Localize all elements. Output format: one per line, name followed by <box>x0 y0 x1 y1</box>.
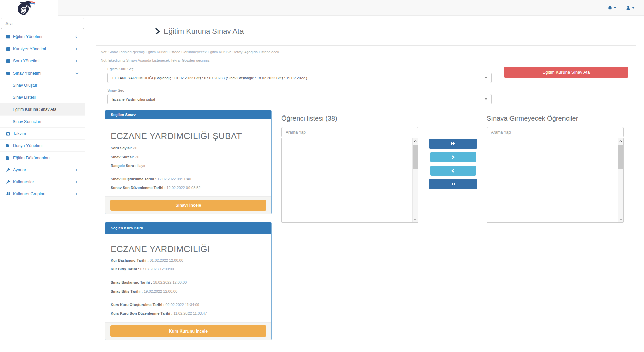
scroll-down-icon[interactable] <box>413 217 418 222</box>
sidebar-item-label: Kursiyer Yönetimi <box>13 47 46 51</box>
sidebar-subitem-egitim-kuruna-sinav-ata[interactable]: Eğitim Kuruna Sınav Ata <box>0 103 85 115</box>
review-course-button[interactable]: Kurs Kurunu İncele <box>110 325 266 337</box>
app-logo[interactable] <box>0 0 58 16</box>
exam-field-question-count: Soru Sayısı:20 <box>111 146 266 150</box>
sidebar-subitem-label: Sınav Sonuçları <box>13 119 41 124</box>
sidebar-item-kullanici-gruplari[interactable]: Kullanıcı Grupları <box>0 188 85 200</box>
excluded-listbox[interactable] <box>487 138 624 223</box>
chevron-left-icon <box>76 59 78 62</box>
scrollbar[interactable] <box>412 138 418 222</box>
transfer-controls <box>429 139 477 189</box>
note-review: Not: Ekediğiniz Sınavı Aşağıda Listenece… <box>101 58 209 62</box>
double-arrow-right-icon <box>451 142 456 146</box>
field-label: Soru Sayısı: <box>111 146 132 150</box>
arrow-right-icon <box>451 155 455 159</box>
field-label: Sınav Oluşturulma Tarihi : <box>111 177 156 181</box>
book-icon <box>6 47 11 51</box>
field-label: Sonav Son Düzenlenme Tarihi : <box>111 186 166 190</box>
sidebar-item-sinav-yonetimi[interactable]: Sınav Yönetimi <box>0 67 85 79</box>
top-navbar <box>0 0 644 16</box>
field-label: Kurs Kuru Oluşturulma Tarihi : <box>111 303 165 307</box>
sidebar-subitem-sinav-sonuclari[interactable]: Sınav Sonuçları <box>0 115 85 127</box>
sidebar-item-label: Soru Yönetimi <box>13 59 39 63</box>
move-left-button[interactable] <box>430 166 476 176</box>
move-all-left-button[interactable] <box>429 179 477 189</box>
sidebar-item-dosya-yonetimi[interactable]: Dosya Yönetimi <box>0 139 85 151</box>
field-value: 19.02.2022 12:00:00 <box>144 289 177 293</box>
sidebar-item-label: Takvim <box>13 131 26 136</box>
scrollbar[interactable] <box>618 138 623 222</box>
caret-down-icon <box>632 7 635 9</box>
notifications-menu[interactable] <box>608 5 616 10</box>
field-value: 12.02.2022 09:08:52 <box>167 186 201 190</box>
sidebar-search-input[interactable] <box>1 18 84 29</box>
sidebar-menu: Eğitim Yönetimi Kursiyer Yönetimi Soru Y… <box>0 31 85 200</box>
field-label: Kur Bitiş Tarihi : <box>111 267 139 271</box>
excluded-list-search-input[interactable] <box>487 127 624 137</box>
field-value: 01.02.2022 12:00:00 <box>150 258 183 262</box>
sidebar-item-egitim-yonetimi[interactable]: Eğitim Yönetimi <box>0 31 85 43</box>
sidebar-item-label: Eğitim Dökümanları <box>13 156 50 160</box>
move-all-right-button[interactable] <box>429 139 477 149</box>
field-label: Kur Başlangıç Tarihi : <box>111 258 149 262</box>
sidebar-item-kullanicilar[interactable]: Kullanıcılar <box>0 176 85 188</box>
sidebar-item-label: Eğitim Yönetimi <box>13 34 42 39</box>
scrollbar-thumb[interactable] <box>413 145 418 169</box>
selected-course-card-header: Seçien Kurs Kuru <box>105 222 271 234</box>
course-field-exam-end: Sınav Bitiş Tarihi :19.02.2022 12:00:00 <box>111 289 266 293</box>
sidebar-item-kursiyer-yonetimi[interactable]: Kursiyer Yönetimi <box>0 43 85 55</box>
field-value: 20 <box>133 146 137 150</box>
mascot-logo-icon <box>13 0 39 16</box>
sidebar-item-takvim[interactable]: Takvim <box>0 127 85 139</box>
title-divider <box>96 45 636 46</box>
chevron-left-icon <box>76 168 78 171</box>
book-icon <box>6 59 11 63</box>
field-value: 12.02.2022 08:11:40 <box>157 177 191 181</box>
chevron-left-icon <box>76 35 78 38</box>
sidebar-subitem-sinav-listesi[interactable]: Sınav Listesi <box>0 91 85 103</box>
field-value: Hayır <box>137 164 145 168</box>
scrollbar-thumb[interactable] <box>618 145 623 169</box>
exam-title: ECZANE YARDIMCILIĞI ŞUBAT <box>111 131 266 141</box>
page-title-text: Eğitim Kuruna Sınav Ata <box>164 27 244 36</box>
exam-field-random: Rasgele Soru:Hayır <box>111 164 266 168</box>
scroll-down-icon[interactable] <box>618 217 623 222</box>
course-select[interactable]: ECZANE YARDIMCILIĞI (Başlangıç : 01.02.2… <box>107 73 492 83</box>
exam-field-created: Sınav Oluşturulma Tarihi :12.02.2022 08:… <box>111 177 266 181</box>
page-title: Eğitim Kuruna Sınav Ata <box>155 27 244 36</box>
review-exam-button[interactable]: Sınavı İncele <box>110 200 266 211</box>
selected-exam-card-header: Seçilen Sınav <box>105 110 271 119</box>
field-label: Sınav Bitiş Tarihi : <box>111 289 143 293</box>
student-list-search-input[interactable] <box>281 127 418 137</box>
exam-select-value: Eczane Yardımcılığı şubat <box>112 97 155 101</box>
sidebar-item-egitim-dokumanlari[interactable]: Eğitim Dökümanları <box>0 151 85 164</box>
sidebar-item-label: Kullanıcılar <box>13 180 34 184</box>
course-select-value: ECZANE YARDIMCILIĞI (Başlangıç : 01.02.2… <box>112 76 307 80</box>
assign-exam-button[interactable]: Eğitim Kuruna Sınav Ata <box>504 67 628 78</box>
course-field-start: Kur Başlangıç Tarihi :01.02.2022 12:00:0… <box>111 258 266 262</box>
sidebar-subitem-label: Sınav Listesi <box>13 95 36 100</box>
sidebar-subitem-sinav-olustur[interactable]: Sınav Oluştur <box>0 79 85 91</box>
exam-select[interactable]: Eczane Yardımcılığı şubat <box>107 94 492 104</box>
chevron-left-icon <box>76 180 78 183</box>
chevron-left-icon <box>76 192 78 195</box>
course-select-label: Eğitim Kuru Seç <box>107 67 134 71</box>
scroll-up-icon[interactable] <box>618 138 623 144</box>
field-label: Sınav Süresi: <box>111 155 134 159</box>
field-value: 18.02.2022 12:00:00 <box>153 280 187 284</box>
scroll-up-icon[interactable] <box>413 138 418 144</box>
exam-select-label: Sınav Seç <box>107 88 124 92</box>
exam-field-modified: Sonav Son Düzenlenme Tarihi :12.02.2022 … <box>111 186 266 190</box>
move-right-button[interactable] <box>430 152 476 162</box>
sidebar-item-label: Ayarlar <box>13 168 26 172</box>
student-listbox[interactable] <box>281 138 418 223</box>
course-title: ECZANE YARDIMCILIĞI <box>111 244 266 254</box>
sidebar-item-label: Dosya Yönetimi <box>13 143 42 148</box>
sidebar-item-ayarlar[interactable]: Ayarlar <box>0 164 85 176</box>
sidebar-item-soru-yonetimi[interactable]: Soru Yönetimi <box>0 55 85 67</box>
exam-field-duration: Sınav Süresi:30 <box>111 155 266 159</box>
user-menu[interactable] <box>626 5 635 10</box>
app-canvas: Eğitim Yönetimi Kursiyer Yönetimi Soru Y… <box>0 0 644 352</box>
bell-icon <box>608 5 612 10</box>
field-value: 11.02.2022 11:03:47 <box>173 311 207 315</box>
